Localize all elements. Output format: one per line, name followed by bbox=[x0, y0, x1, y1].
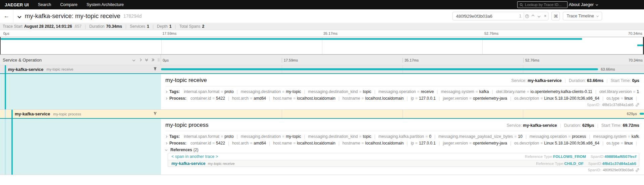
service-color-bar bbox=[11, 110, 13, 118]
chevron-right-icon bbox=[165, 136, 167, 137]
tags-label: Tags: bbox=[169, 134, 180, 139]
referenced-span-link[interactable]: my-kafka-servicemy-topic receive bbox=[171, 161, 235, 166]
tag-key: messaging.operation bbox=[530, 134, 567, 139]
nav-item-search[interactable]: Search bbox=[38, 2, 51, 7]
tag-value: 127.0.0.1 bbox=[419, 141, 436, 146]
chevron-down-icon bbox=[165, 149, 168, 151]
trace-start-value: August 28 2022, 14:01:26 bbox=[24, 24, 72, 29]
tag-key: hostname bbox=[342, 96, 360, 101]
chevron-down-icon bbox=[596, 14, 599, 17]
tag-value: my-topic bbox=[286, 89, 301, 94]
references-row[interactable]: References(2) bbox=[165, 147, 639, 153]
service-operation-header: Service & Operation bbox=[3, 58, 42, 63]
trace-id-short: 178294d bbox=[123, 13, 142, 19]
process-row[interactable]: Process:container.id=5422|host.arch=amd6… bbox=[165, 95, 639, 102]
external-trace-link[interactable]: < span in another trace > bbox=[171, 154, 218, 159]
reference-row: < span in another trace >Reference Type:… bbox=[168, 153, 639, 160]
tag-value: 127.0.0.1 bbox=[419, 96, 436, 101]
chevron-right-icon bbox=[165, 98, 167, 99]
tag-key: os.description bbox=[514, 141, 539, 146]
tag-value: proto bbox=[224, 89, 233, 94]
span-duration-bar[interactable] bbox=[161, 68, 598, 70]
span-id-value: 480f929e0f3b03a6 bbox=[603, 168, 634, 172]
minimap-span-bar bbox=[1, 38, 582, 40]
span-id-footer: SpanID: 480f929e0f3b03a6 bbox=[165, 168, 639, 172]
tags-row[interactable]: Tags:internal.span.format=proto|messagin… bbox=[165, 88, 639, 95]
collapse-all-icon[interactable] bbox=[146, 59, 148, 61]
app-logo[interactable]: JAEGER UI bbox=[5, 2, 29, 7]
trace-id-lookup[interactable]: Lookup by Trace ID... bbox=[517, 1, 568, 8]
reference-row: my-kafka-servicemy-topic receiveReferenc… bbox=[168, 160, 639, 167]
expand-all-icon[interactable] bbox=[152, 59, 154, 61]
locate-match-button[interactable] bbox=[524, 12, 530, 20]
tag-value: Linux 5.18.18-200.fc36.x86_64 bbox=[544, 96, 599, 101]
tag-key: jaeger.version bbox=[443, 141, 468, 146]
nav-item-system-architecture[interactable]: System Architecture bbox=[87, 2, 124, 7]
chevron-right-icon bbox=[165, 143, 167, 144]
tag-key: os.type bbox=[606, 141, 620, 146]
references-box: < span in another trace >Reference Type:… bbox=[168, 153, 639, 167]
tags-label: Tags: bbox=[169, 89, 180, 94]
crosshair-icon bbox=[525, 14, 529, 18]
span-operation-name: my-topic process bbox=[53, 112, 81, 116]
span-row[interactable]: my-kafka-servicemy-topic receive63.66ms bbox=[0, 65, 644, 73]
tag-key: messaging.system bbox=[441, 89, 474, 94]
span-id-footer: SpanID: 4f8d1c37d84a1ab5 bbox=[165, 103, 639, 107]
next-match-button[interactable] bbox=[536, 12, 542, 20]
referenced-span-operation: my-topic receive bbox=[208, 162, 234, 166]
collapse-trace-chevron[interactable] bbox=[18, 13, 21, 19]
link-icon[interactable] bbox=[635, 103, 639, 107]
tag-key: messaging.destination_kind bbox=[308, 134, 358, 139]
column-resizer-handle[interactable] bbox=[158, 58, 159, 62]
about-jaeger-menu[interactable]: About Jaeger bbox=[569, 0, 598, 9]
expand-one-icon[interactable] bbox=[139, 59, 141, 61]
trace-summary-bar: Trace Start August 28 2022, 14:01:26.657… bbox=[0, 23, 644, 30]
tag-value: receive bbox=[421, 89, 434, 94]
trace-start-label: Trace Start bbox=[3, 24, 22, 29]
tag-key: messaging.system bbox=[593, 134, 626, 139]
span-detail-panel: my-topic receiveService: my-kafka-servic… bbox=[0, 73, 644, 110]
keyboard-shortcuts-button[interactable]: ⌘ bbox=[551, 12, 560, 20]
tag-value: linux bbox=[625, 141, 633, 146]
timeline-tick-label: 17.59ms bbox=[282, 58, 298, 63]
tag-value: amd64 bbox=[254, 96, 266, 101]
trace-view-select[interactable]: Trace Timeline bbox=[563, 12, 602, 20]
references-fork-icon[interactable] bbox=[153, 111, 157, 115]
link-icon[interactable] bbox=[635, 168, 639, 172]
tag-key: host.name bbox=[273, 141, 292, 146]
tag-key: ip bbox=[411, 141, 414, 146]
back-button[interactable]: ← bbox=[0, 9, 13, 23]
span-detail-title: my-topic process bbox=[165, 122, 208, 128]
tag-key: messaging.destination bbox=[241, 134, 281, 139]
tag-value: topic bbox=[363, 134, 371, 139]
tag-value: 0 bbox=[429, 134, 431, 139]
tag-key: messaging.destination bbox=[241, 89, 281, 94]
tag-value: localhost.localdomain bbox=[365, 96, 404, 101]
services-value: 1 bbox=[147, 24, 149, 29]
find-input[interactable] bbox=[453, 14, 519, 19]
chevron-down-icon bbox=[17, 14, 21, 18]
tag-value: opentelemetry-java bbox=[473, 141, 507, 146]
reference-meta: Reference Type:CHILD_OFSpanID:4f8d1c37d8… bbox=[536, 162, 636, 166]
tag-value: process bbox=[572, 134, 586, 139]
minimap-viewport[interactable] bbox=[0, 37, 644, 55]
span-row[interactable]: my-kafka-servicemy-topic process629μs bbox=[0, 110, 644, 118]
clear-search-button[interactable]: × bbox=[542, 12, 548, 20]
prev-match-button[interactable] bbox=[530, 12, 536, 20]
tags-row[interactable]: Tags:internal.span.format=proto|messagin… bbox=[165, 133, 639, 140]
arrow-up-icon[interactable] bbox=[153, 67, 157, 71]
process-row[interactable]: Process:container.id=5422|host.arch=amd6… bbox=[165, 140, 639, 147]
minimap-tick-label: 0μs bbox=[3, 31, 9, 35]
tag-key: jaeger.version bbox=[443, 96, 468, 101]
find-in-trace-box: 1 × bbox=[452, 12, 548, 20]
tag-key: messaging.kafka.partition bbox=[378, 134, 424, 139]
tag-key: os.type bbox=[606, 96, 620, 101]
tag-value: localhost.localdomain bbox=[297, 141, 335, 146]
minimap-tick-label: 17.59ms bbox=[162, 31, 176, 35]
tag-key: otel.library.name bbox=[496, 89, 526, 94]
collapse-one-icon[interactable] bbox=[133, 59, 135, 61]
tag-value: linux bbox=[625, 96, 633, 101]
span-duration-bar[interactable] bbox=[640, 113, 644, 115]
duration-value: 70.34ms bbox=[106, 24, 122, 29]
nav-item-compare[interactable]: Compare bbox=[60, 2, 77, 7]
